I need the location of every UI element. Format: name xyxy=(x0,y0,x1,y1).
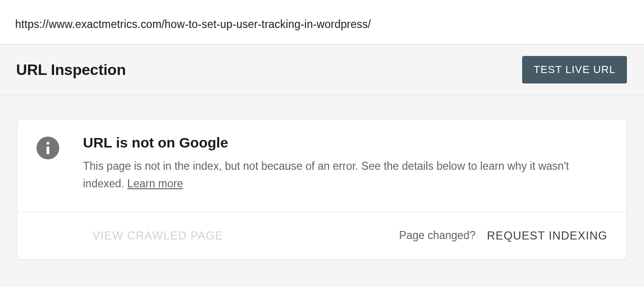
status-card: URL is not on Google This page is not in… xyxy=(17,119,627,260)
card-top: URL is not on Google This page is not in… xyxy=(18,120,626,212)
url-bar: https://www.exactmetrics.com/how-to-set-… xyxy=(0,0,644,45)
page-title: URL Inspection xyxy=(16,61,126,79)
card-title: URL is not on Google xyxy=(83,135,607,151)
main-area: URL Inspection TEST LIVE URL URL is not … xyxy=(0,45,644,286)
view-crawled-page-button: VIEW CRAWLED PAGE xyxy=(92,229,223,242)
request-indexing-button[interactable]: REQUEST INDEXING xyxy=(487,229,607,242)
inspected-url[interactable]: https://www.exactmetrics.com/how-to-set-… xyxy=(15,18,629,31)
right-actions: Page changed? REQUEST INDEXING xyxy=(399,229,607,242)
content: URL is not on Google This page is not in… xyxy=(0,95,644,269)
test-live-url-button[interactable]: TEST LIVE URL xyxy=(522,56,627,83)
card-message: URL is not on Google This page is not in… xyxy=(83,135,607,193)
card-description: This page is not in the index, but not b… xyxy=(83,157,607,193)
toolbar: URL Inspection TEST LIVE URL xyxy=(0,45,644,95)
info-icon xyxy=(37,137,59,159)
info-glyph-icon xyxy=(46,142,50,154)
learn-more-link[interactable]: Learn more xyxy=(127,177,183,190)
page-changed-label: Page changed? xyxy=(399,229,476,242)
svg-rect-0 xyxy=(46,142,49,145)
card-actions: VIEW CRAWLED PAGE Page changed? REQUEST … xyxy=(18,212,626,259)
svg-rect-1 xyxy=(46,147,49,154)
